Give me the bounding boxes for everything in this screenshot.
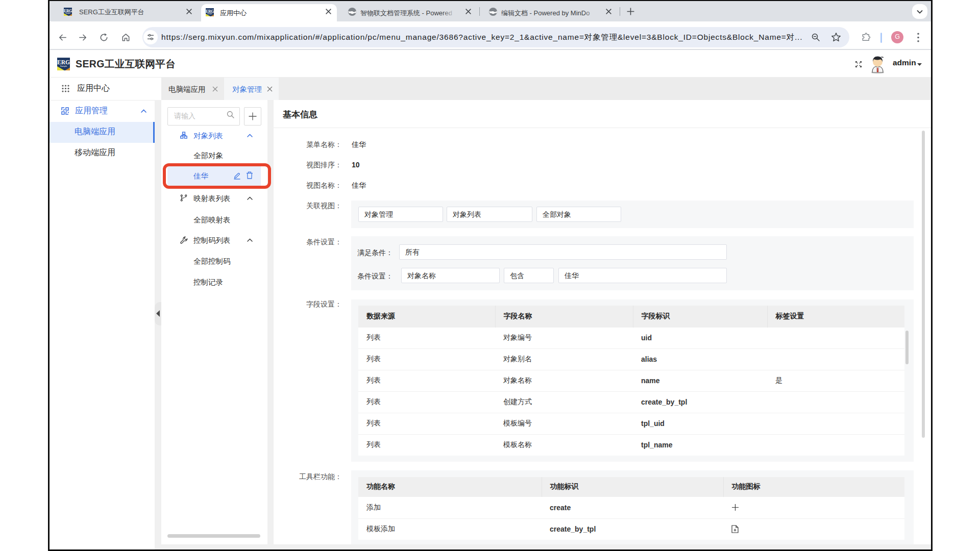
svg-text:Sample: Sample: [207, 13, 212, 15]
svg-text:Sample: Sample: [65, 12, 70, 14]
svg-text:Sample: Sample: [60, 65, 67, 67]
